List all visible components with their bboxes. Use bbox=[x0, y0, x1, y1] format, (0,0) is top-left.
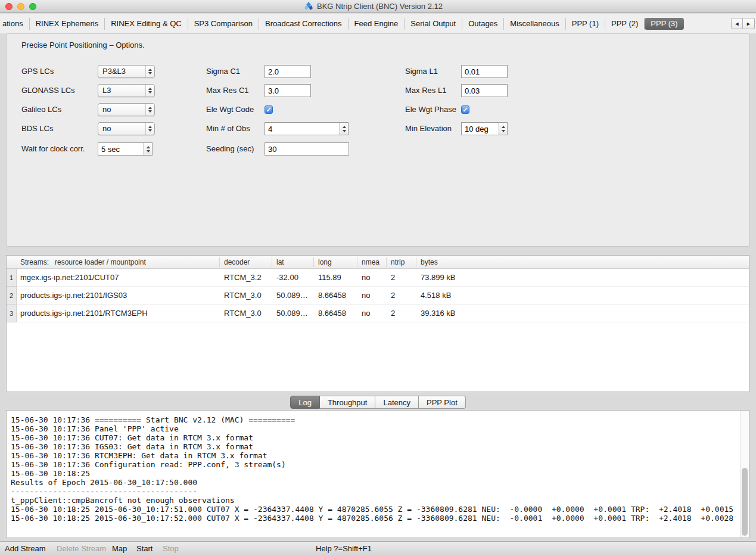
ele-wgt-code-checkbox[interactable] bbox=[265, 105, 273, 114]
seeding-label: Seeding (sec) bbox=[206, 142, 254, 156]
log-scrollbar-thumb[interactable] bbox=[742, 468, 748, 536]
tab-throughput[interactable]: Throughput bbox=[320, 396, 376, 409]
tab-observations-clipped[interactable]: ations bbox=[1, 18, 30, 30]
row-number: 1 bbox=[7, 269, 17, 287]
bds-lcs-combobox[interactable]: no bbox=[98, 122, 155, 135]
map-button[interactable]: Map bbox=[112, 542, 127, 556]
log-line: 15-06-30 10:17:36 IGS03: Get data in RTC… bbox=[11, 442, 736, 451]
log-line: ---------------------------------------- bbox=[11, 487, 736, 496]
help-hint: Help ?=Shift+F1 bbox=[316, 542, 372, 556]
log-line: 15-06-30 10:17:36 Configuration read: PP… bbox=[11, 460, 736, 469]
log-line: 15-06-30 10:17:36 RTCM3EPH: Get data in … bbox=[11, 451, 736, 460]
ppp-options-panel: Precise Point Positioning – Options. GPS… bbox=[6, 33, 749, 247]
log-line: 15-06-30 10:17:36 Panel 'PPP' active bbox=[11, 424, 736, 433]
window-title: BKG Ntrip Client (BNC) Version 2.12 bbox=[317, 0, 443, 13]
min-obs-label: Min # of Obs bbox=[206, 122, 250, 135]
max-res-l1-input[interactable] bbox=[461, 84, 508, 97]
spin-updown-icon[interactable] bbox=[340, 122, 349, 135]
cell-ntrip: 2 bbox=[391, 305, 395, 322]
log-line: t_pppClient::cmpBancroft not enough obse… bbox=[11, 496, 736, 505]
log-line: 15-06-30 10:17:36 CUT07: Get data in RTC… bbox=[11, 433, 736, 442]
status-bar: Add Stream Delete Stream Map Start Stop … bbox=[0, 541, 756, 556]
min-elevation-spinbox[interactable] bbox=[461, 122, 508, 135]
gps-lcs-combobox[interactable]: P3&L3 bbox=[98, 65, 155, 78]
tab-feed-engine[interactable]: Feed Engine bbox=[349, 18, 405, 30]
cell-bytes: 73.899 kB bbox=[421, 269, 456, 287]
wait-clock-input[interactable] bbox=[98, 142, 144, 156]
min-obs-input[interactable] bbox=[265, 122, 340, 135]
tab-ppp-1[interactable]: PPP (1) bbox=[566, 18, 605, 30]
tab-ppp-plot[interactable]: PPP Plot bbox=[419, 396, 466, 409]
cell-decoder: RTCM_3.0 bbox=[224, 305, 262, 322]
combo-updown-icon bbox=[145, 85, 154, 97]
log-line: 15-06-30 10:18:25 bbox=[11, 469, 736, 478]
col-bytes: bytes bbox=[421, 256, 438, 269]
tab-miscellaneous[interactable]: Miscellaneous bbox=[504, 18, 565, 30]
cell-ntrip: 2 bbox=[391, 269, 395, 287]
sigma-c1-label: Sigma C1 bbox=[206, 65, 240, 78]
cell-mountpoint: products.igs-ip.net:2101/IGS03 bbox=[20, 287, 127, 305]
glonass-lcs-combobox[interactable]: L3 bbox=[98, 84, 155, 97]
cell-nmea: no bbox=[362, 287, 370, 305]
glonass-lcs-label: GLONASS LCs bbox=[21, 84, 75, 97]
sigma-l1-label: Sigma L1 bbox=[405, 65, 438, 78]
tab-scroll-right-icon[interactable]: ► bbox=[743, 18, 755, 29]
col-mountpoint: Streams: resource loader / mountpoint bbox=[20, 256, 146, 269]
delete-stream-button[interactable]: Delete Stream bbox=[57, 542, 106, 556]
tab-serial-output[interactable]: Serial Output bbox=[405, 18, 462, 30]
tab-scrollers: ◄ ► bbox=[731, 18, 755, 29]
max-res-c1-input[interactable] bbox=[265, 84, 311, 97]
bds-lcs-label: BDS LCs bbox=[21, 122, 53, 135]
tab-ppp-2[interactable]: PPP (2) bbox=[605, 18, 645, 30]
zoom-button[interactable] bbox=[29, 3, 36, 10]
log-scrollbar[interactable] bbox=[740, 411, 749, 538]
gps-lcs-value: P3&L3 bbox=[98, 66, 145, 77]
log-line: 15-06-30 10:18:25 2015-06-30_10:17:52.00… bbox=[11, 514, 736, 523]
stream-row[interactable]: 3 products.igs-ip.net:2101/RTCM3EPH RTCM… bbox=[7, 305, 749, 322]
log-output: 15-06-30 10:17:36 ========== Start BNC v… bbox=[11, 415, 736, 523]
max-res-c1-label: Max Res C1 bbox=[206, 84, 249, 97]
tab-broadcast-corrections[interactable]: Broadcast Corrections bbox=[259, 18, 349, 30]
spin-updown-icon[interactable] bbox=[144, 142, 153, 156]
cell-decoder: RTCM_3.0 bbox=[224, 287, 262, 305]
log-panel: 15-06-30 10:17:36 ========== Start BNC v… bbox=[6, 410, 749, 538]
min-elevation-label: Min Elevation bbox=[405, 122, 452, 135]
stop-button[interactable]: Stop bbox=[163, 542, 179, 556]
stream-row[interactable]: 2 products.igs-ip.net:2101/IGS03 RTCM_3.… bbox=[7, 287, 749, 305]
tab-log[interactable]: Log bbox=[290, 396, 320, 409]
tab-ppp-3[interactable]: PPP (3) bbox=[645, 18, 683, 30]
tab-latency[interactable]: Latency bbox=[375, 396, 419, 409]
tab-sp3-comparison[interactable]: SP3 Comparison bbox=[188, 18, 259, 30]
col-long: long bbox=[318, 256, 332, 269]
spin-updown-icon[interactable] bbox=[499, 122, 508, 135]
cell-bytes: 39.316 kB bbox=[421, 305, 456, 322]
cell-nmea: no bbox=[362, 269, 370, 287]
min-obs-spinbox[interactable] bbox=[265, 122, 349, 135]
combo-updown-icon bbox=[145, 123, 154, 135]
gps-lcs-label: GPS LCs bbox=[21, 65, 54, 78]
add-stream-button[interactable]: Add Stream bbox=[5, 542, 46, 556]
sigma-l1-input[interactable] bbox=[461, 65, 508, 78]
seeding-input[interactable] bbox=[265, 142, 349, 156]
minimize-button[interactable] bbox=[17, 3, 24, 10]
wait-clock-spinbox[interactable] bbox=[98, 142, 153, 156]
start-button[interactable]: Start bbox=[136, 542, 153, 556]
log-line: 15-06-30 10:18:25 2015-06-30_10:17:51.00… bbox=[11, 505, 736, 514]
streams-table: Streams: resource loader / mountpoint de… bbox=[6, 255, 749, 392]
tab-scroll-left-icon[interactable]: ◄ bbox=[731, 18, 743, 29]
bds-lcs-value: no bbox=[98, 123, 145, 135]
galileo-lcs-combobox[interactable]: no bbox=[98, 103, 155, 116]
tab-rinex-ephemeris[interactable]: RINEX Ephemeris bbox=[30, 18, 105, 30]
ele-wgt-phase-checkbox[interactable] bbox=[461, 105, 469, 114]
tab-outages[interactable]: Outages bbox=[462, 18, 504, 30]
tab-rinex-editing-qc[interactable]: RINEX Editing & QC bbox=[105, 18, 188, 30]
sigma-c1-input[interactable] bbox=[265, 65, 311, 78]
col-nmea: nmea bbox=[362, 256, 379, 269]
cell-long: 115.89 bbox=[318, 269, 341, 287]
min-elevation-input[interactable] bbox=[461, 122, 499, 135]
stream-row[interactable]: 1 mgex.igs-ip.net:2101/CUT07 RTCM_3.2 -3… bbox=[7, 269, 749, 287]
galileo-lcs-label: Galileo LCs bbox=[21, 103, 61, 116]
close-button[interactable] bbox=[5, 3, 13, 10]
max-res-l1-label: Max Res L1 bbox=[405, 84, 446, 97]
row-number: 3 bbox=[7, 305, 17, 322]
